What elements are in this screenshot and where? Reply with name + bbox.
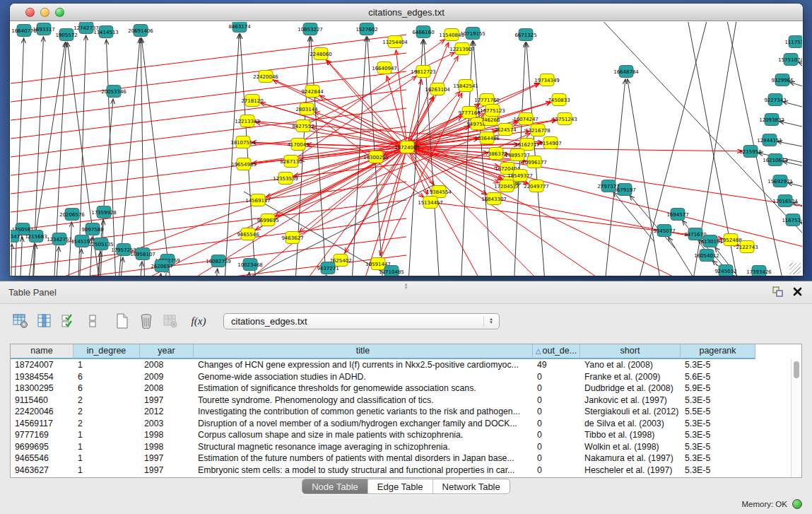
graph-node-label: 10996177 <box>522 160 547 165</box>
graph-edge <box>19 237 23 276</box>
column-header-in-degree[interactable]: in_degree <box>73 344 140 359</box>
graph-node-label: 8215958 <box>739 149 761 155</box>
column-header-short[interactable]: short <box>580 344 681 359</box>
graph-node-label: 18724007 <box>394 145 420 151</box>
table-row[interactable]: 1830029562008Estimation of significance … <box>11 382 801 395</box>
table-cell: Genome-wide association studies in ADHD. <box>194 371 533 383</box>
table-cell: 9777169 <box>11 429 73 441</box>
graph-edge <box>138 262 142 276</box>
graph-node-label: 10853227 <box>298 27 323 33</box>
table-cell: 1 <box>73 429 140 441</box>
table-cell: 2 <box>73 418 140 430</box>
table-cell: 5.5E-5 <box>681 406 755 418</box>
minimize-window-icon[interactable] <box>40 8 49 17</box>
memory-ok-indicator[interactable] <box>792 499 802 509</box>
graph-node-label: 1527602 <box>355 27 377 33</box>
table-cell: 0 <box>533 371 580 383</box>
graph-edge <box>779 121 802 132</box>
graph-node-label: 20053346 <box>101 89 126 95</box>
table-row[interactable]: 1938455462009Genome-wide association stu… <box>11 371 801 383</box>
table-cell: 0 <box>533 418 580 430</box>
table-header-row: name in_degree year title △out_de... sho… <box>11 344 801 359</box>
graph-node-label: 20691406 <box>128 28 153 34</box>
graph-node-label: 19384554 <box>426 189 452 195</box>
table-row[interactable]: 2242004622012Investigating the contribut… <box>11 406 801 418</box>
graph-node-label: 16640770 <box>11 28 37 34</box>
table-cell: 2 <box>73 395 140 407</box>
table-row[interactable]: 1872400712008Changes of HCN gene express… <box>11 359 801 371</box>
graph-node-label: 2803144 <box>295 107 318 112</box>
table-row[interactable]: 1456911722003Disruption of a novel membe… <box>11 418 801 430</box>
function-builder-icon[interactable]: f(x) <box>189 313 208 329</box>
window-resize-handle[interactable] <box>789 263 801 274</box>
table-cell: Investigating the contribution of common… <box>194 406 533 418</box>
table-cell: 1 <box>73 359 140 371</box>
graph-node-label: 17016534 <box>772 199 798 204</box>
graph-node-label: 15751243 <box>552 117 577 122</box>
table-cell: 0 <box>533 406 580 418</box>
table-cell: 9699695 <box>11 441 73 453</box>
graph-node-label: 19654985 <box>231 162 257 168</box>
table-row[interactable]: 969969511998Structural magnetic resonanc… <box>11 441 801 453</box>
table-cell: 1997 <box>140 465 194 477</box>
network-canvas[interactable]: 1872400718300295193845549777169949756874… <box>11 22 802 276</box>
column-header-year[interactable]: year <box>140 344 194 359</box>
close-panel-icon[interactable] <box>793 286 802 299</box>
tab-network-table[interactable]: Network Table <box>433 479 510 493</box>
select-all-rows-icon[interactable] <box>59 313 78 329</box>
graph-edge <box>11 90 406 142</box>
table-cell: 9463627 <box>11 465 73 477</box>
graph-node-label: 12213343 <box>235 119 260 124</box>
table-cell: 5.3E-5 <box>681 395 755 407</box>
table-vertical-scrollbar[interactable] <box>791 359 801 477</box>
graph-node-label: 17204577 <box>494 184 519 189</box>
table-cell: de Silva et al. (2003) <box>580 418 681 430</box>
column-header-pagerank[interactable]: pagerank <box>681 344 755 359</box>
tab-node-table[interactable]: Node Table <box>302 479 368 493</box>
delete-table-icon[interactable] <box>137 313 155 329</box>
graph-edge <box>212 269 218 276</box>
graph-node-label: 9245012 <box>714 269 736 274</box>
network-table-selector[interactable]: citations_edges.txt ▲▼ <box>223 313 500 329</box>
close-window-icon[interactable] <box>25 8 35 17</box>
new-table-icon[interactable] <box>113 313 131 329</box>
graph-node-label: 14130191 <box>698 239 723 245</box>
network-view-window[interactable]: citations_edges.txt 18724007183002951938… <box>10 4 803 276</box>
graph-edge <box>141 38 145 276</box>
import-table-disabled-icon <box>161 313 180 329</box>
memory-status-label: Memory: OK <box>741 500 787 508</box>
column-header-title[interactable]: title <box>194 344 533 359</box>
table-row[interactable]: 977716911998Corpus callosum shape and si… <box>11 429 801 441</box>
scrollbar-thumb[interactable] <box>794 361 799 378</box>
table-row[interactable]: 946554611997Estimation of the future num… <box>11 452 801 465</box>
table-cell: 1998 <box>140 429 194 441</box>
table-cell: 9115460 <box>11 395 73 407</box>
splitter-handle[interactable]: ▴▾ <box>405 282 408 289</box>
graph-edge <box>630 195 675 248</box>
column-header-name[interactable]: name <box>11 344 73 359</box>
graph-node-label: 16082759 <box>206 259 231 264</box>
graph-node-label: 20206576 <box>59 212 85 218</box>
graph-node-label: 7450833 <box>548 98 570 103</box>
graph-node-label: 9465546 <box>237 232 259 238</box>
network-window-titlebar[interactable]: citations_edges.txt <box>10 4 803 21</box>
graph-node-label: 16263104 <box>425 87 450 93</box>
column-chooser-icon[interactable] <box>35 313 54 329</box>
tab-edge-table[interactable]: Edge Table <box>368 479 433 493</box>
table-cell: 5.9E-5 <box>681 382 755 395</box>
status-bar: Memory: OK <box>0 494 812 514</box>
graph-node-label: 9777169 <box>458 110 480 116</box>
graph-node-label: 1117534 <box>784 40 802 45</box>
deselect-all-rows-icon[interactable] <box>83 313 102 329</box>
table-cell: 5.3E-5 <box>681 452 755 465</box>
table-cell: Estimation of significance thresholds fo… <box>194 382 533 395</box>
column-header-out-degree[interactable]: △out_de... <box>533 344 580 359</box>
graph-node-label: 17393426 <box>746 269 772 275</box>
zoom-window-icon[interactable] <box>55 8 64 17</box>
table-settings-icon[interactable] <box>11 313 30 329</box>
graph-node-label: 15134457 <box>418 200 443 206</box>
attribute-table[interactable]: name in_degree year title △out_de... sho… <box>10 344 802 478</box>
float-panel-icon[interactable] <box>772 286 783 300</box>
table-row[interactable]: 946362711997Embryonic stem cells: a mode… <box>11 465 801 477</box>
table-row[interactable]: 911546021997Tourette syndrome. Phenomeno… <box>11 395 801 407</box>
